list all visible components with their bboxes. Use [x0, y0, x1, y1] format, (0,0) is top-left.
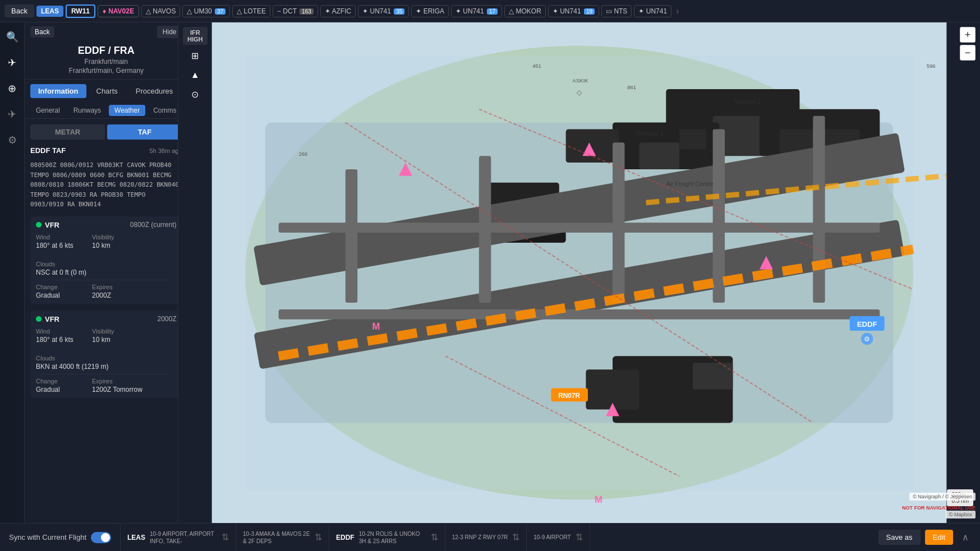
- nav-tag-un741a[interactable]: ✦ UN741 35: [358, 5, 409, 17]
- save-as-button[interactable]: Save as: [878, 530, 921, 545]
- taf-toggle-button[interactable]: TAF: [107, 124, 178, 140]
- vfr-badge-2: VFR: [36, 315, 59, 323]
- north-up-button[interactable]: ▲: [183, 67, 208, 84]
- vfr-dot-1: [36, 222, 42, 228]
- subtab-comms[interactable]: Comms: [148, 105, 178, 116]
- svg-text:596: 596: [927, 63, 936, 69]
- subtab-weather[interactable]: Weather: [109, 105, 145, 116]
- taf-header: EDDF TAF 5h 38m ago: [25, 143, 178, 158]
- ifr-high-label[interactable]: IFR HIGH: [183, 27, 208, 45]
- svg-text:◇: ◇: [577, 89, 582, 96]
- map-area[interactable]: M M EDDF ⚙ RN07R Air Freight Centre T: [178, 22, 980, 523]
- vfr-header-1: VFR 0800Z (current): [36, 221, 177, 229]
- svg-text:ASKIK: ASKIK: [573, 77, 589, 84]
- svg-rect-11: [679, 129, 706, 150]
- strip-arrow-3: ⇅: [512, 532, 519, 543]
- nav-tag-um30[interactable]: △ UM30 37: [182, 5, 230, 17]
- nav-tag-nav02e[interactable]: ♦ NAV02E: [98, 5, 139, 17]
- strip-item-2[interactable]: EDDF 10-2N ROLIS & UNOKO 3H & 2S ARRS ⇅: [329, 524, 445, 551]
- svg-text:Air Freight Centre: Air Freight Centre: [666, 180, 714, 187]
- metar-toggle-button[interactable]: METAR: [30, 124, 105, 140]
- nav-tag-rw11[interactable]: RW11: [66, 4, 95, 18]
- main-tabs: Information Charts Procedures: [25, 80, 178, 103]
- svg-rect-23: [813, 116, 825, 303]
- visibility-value-1: 10 km: [92, 242, 137, 249]
- clouds-value-1: NSC at 0 ft (0 m): [36, 268, 86, 276]
- clouds-item-2: Clouds BKN at 4000 ft (1219 m): [36, 355, 108, 371]
- strip-item-0[interactable]: LEAS 10-9 AIRPORT, AIRPORT INFO, TAKE- ⇅: [121, 524, 236, 551]
- sync-label: Sync with Current Flight: [9, 533, 86, 541]
- strip-right: Save as Edit ∧: [872, 524, 980, 551]
- strip-desc-3: 12-3 RNP Z RWY 07R: [452, 534, 508, 541]
- strip-desc-0: 10-9 AIRPORT, AIRPORT INFO, TAKE-: [150, 530, 217, 545]
- main-content: 🔍 ✈ ⊕ ✈ ⚙ Back Hide EDDF / FRA Frankfurt…: [0, 22, 980, 523]
- wind-value-1: 180° at 6 kts: [36, 242, 81, 249]
- mapbox-credit: © Mapbox: [946, 511, 976, 518]
- flights-icon[interactable]: ✈: [3, 54, 21, 72]
- nav-tag-eriga[interactable]: ✦ ERIGA: [411, 5, 449, 17]
- strip-item-3[interactable]: 12-3 RNP Z RWY 07R ⇅: [445, 524, 527, 551]
- strip-arrow-0: ⇅: [222, 532, 229, 543]
- strip-item-1[interactable]: 10-3 AMAKA & MAVOS 2E & 2F DEPS ⇅: [236, 524, 329, 551]
- nav-tag-lotee[interactable]: △ LOTEE: [232, 5, 270, 17]
- filter-button[interactable]: ⊞: [183, 47, 208, 64]
- nav-chevron-right[interactable]: ›: [674, 6, 681, 16]
- nav-tag-dct[interactable]: − DCT 163: [273, 5, 318, 17]
- edit-button[interactable]: Edit: [925, 530, 953, 545]
- wind-item-1: Wind 180° at 6 kts: [36, 234, 81, 249]
- expires-value-2: 1200Z Tomorrow: [92, 386, 142, 393]
- svg-text:EDDF: EDDF: [857, 320, 877, 328]
- hide-button[interactable]: Hide: [157, 26, 178, 38]
- expires-item-1: Expires 2000Z: [92, 284, 137, 299]
- strip-code-2: EDDF: [336, 534, 355, 541]
- nav02e-label: NAV02E: [108, 7, 134, 15]
- compass-button[interactable]: ⊙: [183, 86, 208, 103]
- nav-tag-leas[interactable]: LEAS: [36, 6, 63, 17]
- sync-toggle[interactable]: [91, 532, 111, 543]
- strip-item-4[interactable]: 10-9 AIRPORT ⇅: [527, 524, 590, 551]
- route-icon[interactable]: ✈: [3, 105, 21, 123]
- tab-information[interactable]: Information: [30, 84, 86, 98]
- settings-icon[interactable]: ⚙: [3, 131, 21, 149]
- subtab-general[interactable]: General: [30, 105, 66, 116]
- sync-control: Sync with Current Flight: [0, 524, 121, 551]
- weather-toggle: METAR TAF: [25, 119, 178, 143]
- change-item-1: Change Gradual: [36, 284, 81, 299]
- vfr-header-2: VFR 2000Z: [36, 315, 177, 323]
- tab-charts[interactable]: Charts: [89, 84, 126, 98]
- nav-tag-un741d[interactable]: ✦ UN741: [634, 5, 671, 17]
- zoom-in-button[interactable]: +: [960, 27, 976, 43]
- svg-text:RN07R: RN07R: [558, 392, 580, 400]
- vfr-block-1: VFR 0800Z (current) Wind 180° at 6 kts V…: [30, 216, 178, 304]
- svg-text:861: 861: [627, 84, 636, 90]
- nav-tag-mokor[interactable]: △ MOKOR: [504, 5, 546, 17]
- svg-rect-10: [639, 142, 679, 169]
- search-icon[interactable]: 🔍: [3, 28, 21, 46]
- expires-label-2: Expires: [92, 378, 142, 385]
- nav-tag-azfic[interactable]: ✦ AZFIC: [320, 5, 356, 17]
- nav-tag-nts[interactable]: ▭ NTS: [601, 5, 632, 17]
- clouds-label-1: Clouds: [36, 261, 86, 267]
- weather-row-1: Wind 180° at 6 kts Visibility 10 km Clou…: [36, 234, 177, 276]
- back-button[interactable]: Back: [4, 4, 34, 17]
- nav-tag-un741b[interactable]: ✦ UN741 17: [451, 5, 502, 17]
- subtab-runways[interactable]: Runways: [68, 105, 107, 116]
- svg-text:266: 266: [298, 151, 307, 157]
- nav-tag-navos[interactable]: △ NAVOS: [141, 5, 180, 17]
- rw11-label: RW11: [71, 7, 90, 15]
- zoom-out-button[interactable]: −: [960, 45, 976, 61]
- weather-row-2: Wind 180° at 6 kts Visibility 10 km Clou…: [36, 328, 177, 371]
- un741c-badge: 19: [584, 8, 595, 15]
- vfr-dot-2: [36, 316, 42, 322]
- vfr-badge-1: VFR: [36, 221, 59, 229]
- strip-expand-icon[interactable]: ∧: [958, 532, 973, 543]
- map-credit: © Navigraph / © Jeppesen: [909, 493, 976, 501]
- nav-tag-un741c[interactable]: ✦ UN741 19: [548, 5, 599, 17]
- sidebar: 🔍 ✈ ⊕ ✈ ⚙ Back Hide EDDF / FRA Frankfurt…: [0, 22, 178, 523]
- tab-procedures[interactable]: Procedures: [128, 84, 178, 98]
- dct-badge: 163: [300, 8, 314, 15]
- airport-icon[interactable]: ⊕: [3, 80, 21, 98]
- taf-raw-text: 080500Z 0806/0912 VRB03KT CAVOK PROB40 T…: [25, 158, 178, 214]
- map-controls-left: IFR HIGH ⊞ ▲ ⊙: [183, 27, 208, 103]
- sidebar-back-button[interactable]: Back: [30, 26, 54, 38]
